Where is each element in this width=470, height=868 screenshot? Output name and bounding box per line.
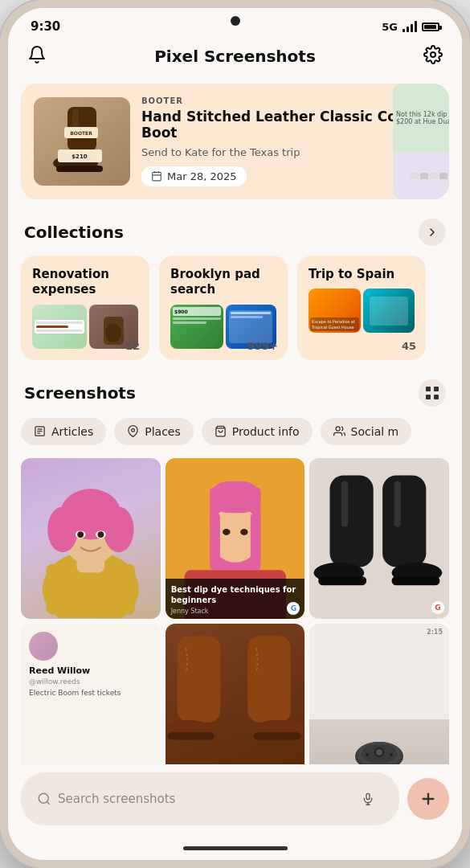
calendar-icon — [151, 170, 162, 182]
filter-places-label: Places — [145, 425, 181, 438]
filter-places[interactable]: Places — [114, 418, 194, 445]
screenshot-item[interactable] — [166, 624, 305, 765]
google-badge: G — [431, 601, 444, 614]
svg-rect-17 — [426, 395, 431, 399]
featured-title: Hand Stitched Leather Classic Cowgirl Bo… — [141, 108, 436, 141]
collection-count: 999+ — [247, 340, 278, 352]
people-icon — [333, 425, 345, 437]
phone-frame: 9:30 5G Pixel Screenshots — [0, 0, 470, 868]
svg-point-14 — [105, 323, 121, 342]
screenshot-content: Reed Willow @willow.reeds Electric Boom … — [21, 624, 161, 765]
collection-thumbnails: Escape to Paradise at Tropical Guest Hou… — [309, 289, 415, 333]
screenshot-item[interactable]: 2:15 — [309, 624, 449, 765]
screenshot-item[interactable]: Reed Willow @willow.reeds Electric Boom … — [21, 624, 161, 765]
search-placeholder: Search screenshots — [58, 792, 346, 806]
home-bar — [183, 846, 288, 850]
svg-rect-52 — [394, 481, 402, 526]
filter-articles[interactable]: Articles — [21, 418, 106, 445]
profile-handle: @willow.reeds — [29, 678, 153, 686]
mic-button[interactable] — [353, 784, 383, 814]
svg-point-36 — [98, 531, 104, 538]
screenshot-item[interactable]: G — [309, 458, 449, 619]
collection-card[interactable]: Brooklyn padsearch $900 999+ — [159, 256, 288, 360]
article-author: Jenny Stack — [171, 608, 300, 615]
featured-image: BOOTER $210 — [34, 97, 130, 186]
search-icon — [37, 792, 51, 806]
svg-point-35 — [77, 531, 84, 538]
bottom-bar: Search screenshots — [8, 764, 462, 841]
svg-rect-40 — [210, 481, 260, 513]
svg-point-64 — [366, 753, 369, 756]
profile-name: Reed Willow — [29, 665, 153, 676]
featured-info: BOOTER Hand Stitched Leather Classic Cow… — [141, 96, 436, 186]
filter-chips: Articles Places Product info — [8, 418, 462, 458]
screenshots-title: Screenshots — [24, 383, 136, 403]
svg-rect-55 — [167, 732, 214, 739]
collections-row: Renovationexpenses — [8, 256, 462, 376]
profile-desc: Electric Boom fest tickets — [29, 689, 153, 698]
svg-point-0 — [431, 52, 435, 57]
collection-card[interactable]: Renovationexpenses — [21, 256, 149, 360]
svg-rect-45 — [330, 475, 374, 567]
collection-thumbnails — [32, 305, 138, 349]
svg-text:$210: $210 — [72, 154, 88, 160]
svg-point-43 — [223, 529, 230, 535]
collection-card[interactable]: Trip to Spain Escape to Paradise at Trop… — [297, 256, 426, 360]
mic-icon — [362, 792, 374, 805]
app-header: Pixel Screenshots — [8, 39, 462, 77]
svg-point-65 — [390, 753, 393, 756]
svg-rect-53 — [177, 636, 220, 723]
screenshot-item[interactable] — [21, 458, 161, 619]
svg-rect-51 — [341, 481, 349, 526]
collection-count: 12 — [125, 340, 140, 352]
boot-svg: BOOTER $210 — [50, 103, 114, 179]
network-label: 5G — [382, 21, 398, 33]
add-button[interactable] — [407, 778, 449, 820]
svg-point-23 — [132, 429, 135, 432]
svg-line-70 — [47, 801, 49, 804]
scroll-content: BOOTER $210 BOOTER Hand Stitched Leather… — [8, 77, 462, 764]
battery-icon — [422, 23, 439, 31]
screenshot-content: Best dip dye techniques for beginners Je… — [166, 458, 305, 619]
side-preview: Not this 12k dip dye $200 at Hue Duality — [393, 84, 449, 199]
article-icon — [34, 425, 46, 437]
collections-title: Collections — [24, 223, 124, 242]
svg-rect-41 — [210, 513, 220, 563]
filter-social[interactable]: Social m — [321, 418, 412, 445]
featured-brand: BOOTER — [141, 96, 436, 105]
gear-icon[interactable] — [423, 45, 443, 68]
collection-title: Renovationexpenses — [32, 267, 138, 298]
grid-view-button[interactable] — [419, 379, 446, 407]
svg-rect-16 — [434, 387, 439, 391]
collection-thumb — [32, 305, 87, 349]
status-icons: 5G — [382, 21, 439, 33]
screenshot-content — [166, 624, 305, 765]
svg-point-63 — [376, 749, 382, 755]
screenshot-content: G — [309, 458, 449, 619]
bag-icon — [215, 425, 227, 437]
svg-rect-47 — [319, 576, 367, 585]
app-title: Pixel Screenshots — [154, 47, 316, 66]
featured-date-text: Mar 28, 2025 — [167, 170, 237, 182]
collections-header: Collections — [8, 212, 462, 256]
filter-product-info[interactable]: Product info — [202, 418, 313, 445]
svg-rect-3 — [56, 166, 103, 172]
svg-point-44 — [240, 529, 247, 535]
bell-icon[interactable] — [27, 45, 47, 68]
featured-card[interactable]: BOOTER $210 BOOTER Hand Stitched Leather… — [21, 84, 449, 199]
collection-title: Brooklyn padsearch — [170, 267, 276, 298]
featured-date: Mar 28, 2025 — [141, 166, 247, 186]
filter-articles-label: Articles — [51, 425, 93, 438]
svg-rect-48 — [382, 475, 426, 567]
collections-more-button[interactable] — [419, 219, 446, 246]
collection-thumb — [363, 289, 415, 333]
search-bar[interactable]: Search screenshots — [21, 772, 399, 825]
svg-point-32 — [104, 506, 134, 552]
screenshot-content — [21, 458, 161, 619]
screenshots-header: Screenshots — [8, 376, 462, 418]
google-badge: G — [287, 602, 300, 615]
location-icon — [127, 425, 139, 437]
chevron-right-icon — [426, 226, 439, 239]
home-indicator — [8, 841, 462, 860]
screenshot-item[interactable]: Best dip dye techniques for beginners Je… — [166, 458, 305, 619]
